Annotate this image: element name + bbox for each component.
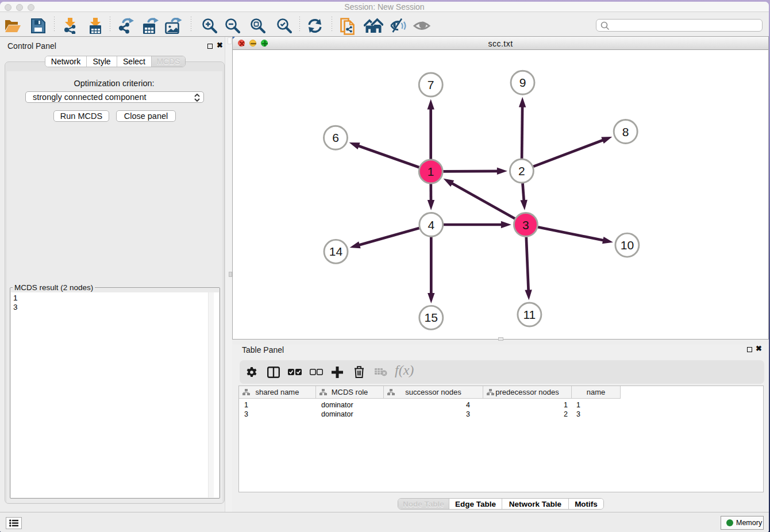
svg-text:2: 2 — [518, 164, 525, 178]
svg-text:15: 15 — [425, 311, 438, 324]
svg-text:14: 14 — [329, 245, 343, 258]
svg-text:9: 9 — [519, 76, 526, 89]
svg-text:8: 8 — [622, 125, 629, 138]
svg-text:3: 3 — [522, 218, 529, 232]
svg-text:1: 1 — [428, 165, 434, 178]
svg-text:11: 11 — [523, 308, 536, 321]
svg-text:6: 6 — [332, 131, 339, 144]
svg-text:10: 10 — [621, 238, 634, 252]
svg-text:4: 4 — [428, 218, 434, 232]
svg-text:7: 7 — [428, 78, 434, 91]
